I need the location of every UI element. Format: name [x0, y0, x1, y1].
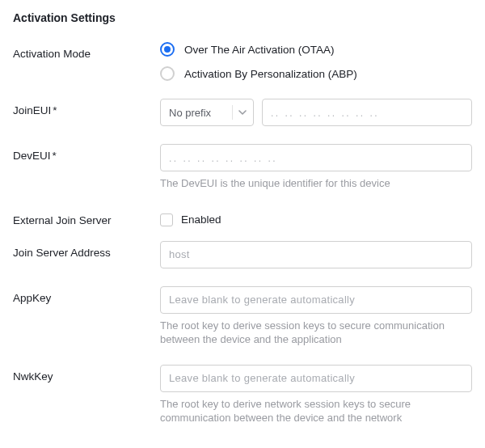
required-marker: *	[53, 150, 57, 162]
activation-mode-radio-group: Over The Air Activation (OTAA) Activatio…	[160, 42, 472, 81]
select-value: No prefix	[169, 107, 229, 119]
row-activation-mode: Activation Mode Over The Air Activation …	[13, 42, 472, 81]
nwk-key-help: The root key to derive network session k…	[160, 397, 472, 425]
row-app-key: AppKey The root key to derive session ke…	[13, 286, 472, 347]
radio-otaa-label: Over The Air Activation (OTAA)	[184, 44, 335, 56]
row-dev-eui: DevEUI* The DevEUI is the unique identif…	[13, 144, 472, 191]
label-external-join-server: External Join Server	[13, 209, 160, 226]
join-server-address-input[interactable]	[160, 241, 472, 268]
radio-dot-icon	[164, 46, 171, 53]
external-join-server-checkbox[interactable]: Enabled	[160, 209, 472, 226]
dev-eui-help: The DevEUI is the unique identifier for …	[160, 176, 472, 191]
row-join-eui: JoinEUI* No prefix	[13, 99, 472, 126]
select-divider	[232, 105, 233, 120]
label-nwk-key: NwkKey	[13, 365, 160, 382]
section-title: Activation Settings	[13, 11, 472, 24]
radio-otaa[interactable]: Over The Air Activation (OTAA)	[160, 42, 472, 57]
join-eui-prefix-select[interactable]: No prefix	[160, 99, 254, 126]
resets-join-nonces-checkbox[interactable]: Enabled	[160, 443, 472, 448]
dev-eui-input[interactable]	[160, 144, 472, 171]
label-join-eui-text: JoinEUI	[13, 104, 51, 116]
row-join-server-address: Join Server Address	[13, 241, 472, 268]
app-key-help: The root key to derive session keys to s…	[160, 319, 472, 347]
row-external-join-server: External Join Server Enabled	[13, 209, 472, 226]
join-eui-input[interactable]	[262, 99, 472, 126]
nwk-key-input[interactable]	[160, 365, 472, 392]
label-dev-eui-text: DevEUI	[13, 150, 51, 162]
required-marker: *	[53, 104, 57, 116]
label-join-eui: JoinEUI*	[13, 99, 160, 116]
checkbox-icon	[160, 213, 173, 226]
row-resets-join-nonces: Resets Join Nonces Enabled	[13, 443, 472, 448]
label-resets-join-nonces: Resets Join Nonces	[13, 443, 160, 448]
radio-circle-icon	[160, 66, 175, 81]
app-key-input[interactable]	[160, 286, 472, 314]
radio-abp[interactable]: Activation By Personalization (ABP)	[160, 66, 472, 81]
label-app-key: AppKey	[13, 286, 160, 304]
row-nwk-key: NwkKey The root key to derive network se…	[13, 365, 472, 425]
label-dev-eui: DevEUI*	[13, 144, 160, 162]
radio-abp-label: Activation By Personalization (ABP)	[184, 68, 357, 80]
label-join-server-address: Join Server Address	[13, 241, 160, 259]
chevron-down-icon	[238, 108, 247, 116]
radio-circle-icon	[160, 42, 175, 57]
label-activation-mode: Activation Mode	[13, 42, 160, 60]
checkbox-label: Enabled	[181, 213, 221, 226]
